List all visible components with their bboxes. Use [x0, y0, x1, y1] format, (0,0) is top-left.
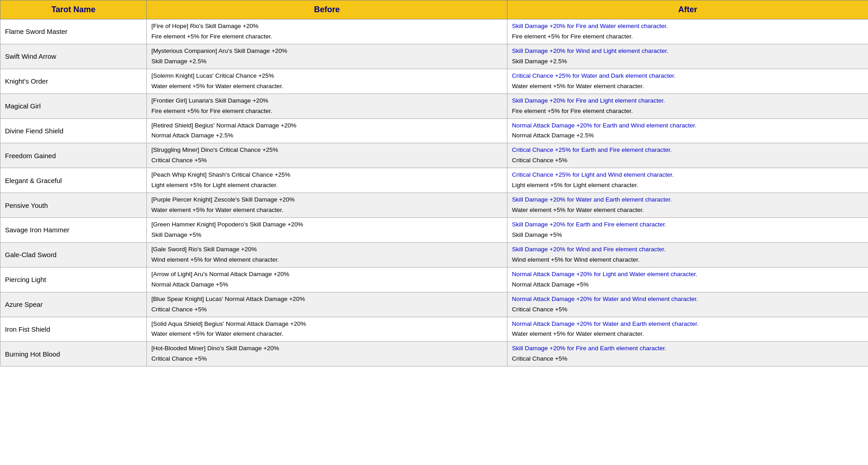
- before-cell: [Hot-Blooded Miner] Dino's Skill Damage …: [147, 342, 507, 366]
- after-line2: Water element +5% for Water element char…: [512, 83, 644, 89]
- table-row: Azure Spear[Blue Spear Knight] Lucas' No…: [0, 292, 868, 317]
- after-line2: Water element +5% for Water element char…: [512, 330, 644, 337]
- after-line2: Skill Damage +5%: [512, 231, 562, 238]
- before-line1: [Purple Piercer Knight] Zescole's Skill …: [151, 196, 295, 203]
- before-line2: Fire element +5% for Fire element charac…: [151, 33, 272, 40]
- after-line2: Normal Attack Damage +5%: [512, 281, 589, 288]
- after-line1: Normal Attack Damage +20% for Water and …: [512, 320, 699, 327]
- before-line1: [Solid Aqua Shield] Begius' Normal Attac…: [151, 320, 306, 327]
- after-line1: Skill Damage +20% for Fire and Earth ele…: [512, 345, 666, 352]
- before-line1: [Arrow of Light] Aru's Normal Attack Dam…: [151, 271, 289, 277]
- after-line2: Wind element +5% for Wind element charac…: [512, 256, 640, 263]
- after-line1: Critical Chance +25% for Light and Wind …: [512, 171, 674, 178]
- before-line2: Light element +5% for Light element char…: [151, 182, 278, 188]
- after-cell: Normal Attack Damage +20% for Earth and …: [507, 118, 868, 143]
- tarot-name-cell: Gale-Clad Sword: [0, 242, 147, 267]
- before-cell: [Peach Whip Knight] Shash's Critical Cha…: [147, 168, 507, 193]
- tarot-name-cell: Divine Fiend Shield: [0, 118, 147, 143]
- after-line1: Skill Damage +20% for Wind and Fire elem…: [512, 246, 666, 253]
- after-line1: Critical Chance +25% for Earth and Fire …: [512, 146, 672, 153]
- before-line2: Skill Damage +2.5%: [151, 58, 206, 65]
- before-cell: [Blue Spear Knight] Lucas' Normal Attack…: [147, 292, 507, 317]
- before-line1: [Frontier Girl] Lunaria's Skill Damage +…: [151, 97, 268, 104]
- tarot-name-cell: Piercing Light: [0, 267, 147, 292]
- after-cell: Normal Attack Damage +20% for Light and …: [507, 267, 868, 292]
- after-line2: Critical Chance +5%: [512, 157, 568, 164]
- after-cell: Skill Damage +20% for Water and Earth el…: [507, 193, 868, 218]
- tarot-name-cell: Burning Hot Blood: [0, 342, 147, 366]
- tarot-name-cell: Knight's Order: [0, 69, 147, 94]
- before-cell: [Green Hammer Knight] Popodero's Skill D…: [147, 218, 507, 243]
- before-line2: Critical Chance +5%: [151, 306, 207, 313]
- before-line1: [Solemn Knight] Lucas' Critical Chance +…: [151, 72, 274, 79]
- table-row: Savage Iron Hammer[Green Hammer Knight] …: [0, 218, 868, 243]
- after-cell: Critical Chance +25% for Earth and Fire …: [507, 143, 868, 168]
- after-line2: Skill Damage +2.5%: [512, 58, 567, 65]
- before-line2: Fire element +5% for Fire element charac…: [151, 108, 272, 114]
- before-line1: [Peach Whip Knight] Shash's Critical Cha…: [151, 171, 291, 178]
- after-cell: Skill Damage +20% for Wind and Fire elem…: [507, 242, 868, 267]
- tarot-name-cell: Flame Sword Master: [0, 19, 147, 44]
- before-line1: [Green Hammer Knight] Popodero's Skill D…: [151, 221, 303, 228]
- table-row: Iron Fist Shield[Solid Aqua Shield] Begi…: [0, 317, 868, 342]
- table-row: Freedom Gained[Struggling Miner] Dino's …: [0, 143, 868, 168]
- after-line1: Critical Chance +25% for Water and Dark …: [512, 72, 676, 79]
- table-row: Knight's Order[Solemn Knight] Lucas' Cri…: [0, 69, 868, 94]
- table-row: Flame Sword Master[Fire of Hope] Rio's S…: [0, 19, 868, 44]
- header-row: Tarot Name Before After: [0, 0, 868, 19]
- before-line1: [Retired Shield] Begius' Normal Attack D…: [151, 122, 296, 129]
- before-line1: [Hot-Blooded Miner] Dino's Skill Damage …: [151, 345, 279, 352]
- before-cell: [Solid Aqua Shield] Begius' Normal Attac…: [147, 317, 507, 342]
- before-line1: [Fire of Hope] Rio's Skill Damage +20%: [151, 23, 258, 29]
- comparison-table: Tarot Name Before After Flame Sword Mast…: [0, 0, 868, 366]
- before-cell: [Struggling Miner] Dino's Critical Chanc…: [147, 143, 507, 168]
- after-line1: Skill Damage +20% for Earth and Fire ele…: [512, 221, 666, 228]
- before-cell: [Frontier Girl] Lunaria's Skill Damage +…: [147, 94, 507, 118]
- table-row: Swift Wind Arrow[Mysterious Companion] A…: [0, 44, 868, 69]
- after-cell: Skill Damage +20% for Earth and Fire ele…: [507, 218, 868, 243]
- before-line1: [Mysterious Companion] Aru's Skill Damag…: [151, 47, 287, 54]
- before-cell: [Purple Piercer Knight] Zescole's Skill …: [147, 193, 507, 218]
- after-cell: Critical Chance +25% for Water and Dark …: [507, 69, 868, 94]
- before-line2: Normal Attack Damage +2.5%: [151, 132, 233, 139]
- before-line2: Water element +5% for Water element char…: [151, 207, 283, 213]
- after-line2: Fire element +5% for Fire element charac…: [512, 33, 633, 40]
- after-line2: Water element +5% for Water element char…: [512, 207, 644, 213]
- tarot-name-cell: Pensive Youth: [0, 193, 147, 218]
- header-tarot-name: Tarot Name: [0, 0, 147, 19]
- main-container: Tarot Name Before After Flame Sword Mast…: [0, 0, 868, 465]
- table-row: Divine Fiend Shield[Retired Shield] Begi…: [0, 118, 868, 143]
- after-cell: Skill Damage +20% for Wind and Light ele…: [507, 44, 868, 69]
- table-row: Piercing Light[Arrow of Light] Aru's Nor…: [0, 267, 868, 292]
- before-line1: [Gale Sword] Rio's Skill Damage +20%: [151, 246, 257, 253]
- before-cell: [Gale Sword] Rio's Skill Damage +20%Wind…: [147, 242, 507, 267]
- after-cell: Skill Damage +20% for Fire and Light ele…: [507, 94, 868, 118]
- after-line1: Skill Damage +20% for Fire and Water ele…: [512, 23, 668, 29]
- before-line2: Water element +5% for Water element char…: [151, 83, 283, 89]
- table-row: Burning Hot Blood[Hot-Blooded Miner] Din…: [0, 342, 868, 366]
- after-line1: Normal Attack Damage +20% for Light and …: [512, 271, 697, 277]
- after-line1: Skill Damage +20% for Water and Earth el…: [512, 196, 672, 203]
- after-cell: Critical Chance +25% for Light and Wind …: [507, 168, 868, 193]
- after-cell: Normal Attack Damage +20% for Water and …: [507, 292, 868, 317]
- after-line2: Light element +5% for Light element char…: [512, 182, 638, 188]
- before-cell: [Retired Shield] Begius' Normal Attack D…: [147, 118, 507, 143]
- before-line1: [Struggling Miner] Dino's Critical Chanc…: [151, 146, 278, 153]
- before-cell: [Solemn Knight] Lucas' Critical Chance +…: [147, 69, 507, 94]
- table-row: Gale-Clad Sword[Gale Sword] Rio's Skill …: [0, 242, 868, 267]
- after-cell: Skill Damage +20% for Fire and Earth ele…: [507, 342, 868, 366]
- before-cell: [Mysterious Companion] Aru's Skill Damag…: [147, 44, 507, 69]
- after-line2: Normal Attack Damage +2.5%: [512, 132, 594, 139]
- after-line2: Critical Chance +5%: [512, 306, 568, 313]
- before-line2: Skill Damage +5%: [151, 231, 202, 238]
- table-row: Magical Girl[Frontier Girl] Lunaria's Sk…: [0, 94, 868, 118]
- after-line1: Normal Attack Damage +20% for Earth and …: [512, 122, 697, 129]
- tarot-name-cell: Freedom Gained: [0, 143, 147, 168]
- before-line2: Water element +5% for Water element char…: [151, 330, 283, 337]
- tarot-name-cell: Iron Fist Shield: [0, 317, 147, 342]
- tarot-name-cell: Magical Girl: [0, 94, 147, 118]
- header-after: After: [507, 0, 868, 19]
- table-row: Pensive Youth[Purple Piercer Knight] Zes…: [0, 193, 868, 218]
- before-line2: Normal Attack Damage +5%: [151, 281, 228, 288]
- before-line1: [Blue Spear Knight] Lucas' Normal Attack…: [151, 296, 305, 302]
